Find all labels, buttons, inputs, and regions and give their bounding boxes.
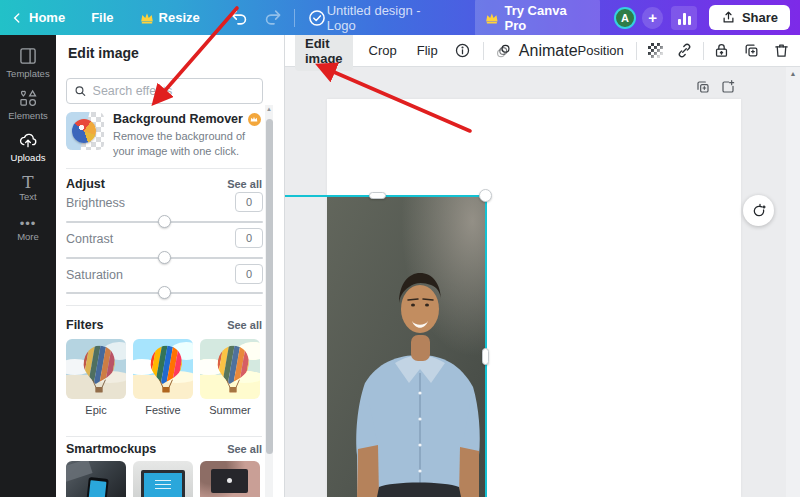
redo-button[interactable] [263,8,282,27]
add-page-button[interactable] [720,79,736,95]
contrast-value-input[interactable]: 0 [235,228,263,248]
brightness-value-input[interactable]: 0 [235,192,263,212]
filter-summer-thumbnail[interactable] [200,339,260,399]
add-page-icon [720,79,736,95]
resize-handle-top-right[interactable] [479,189,492,202]
cloud-check-icon [307,8,327,28]
sidebar-item-elements[interactable]: Elements [0,83,56,125]
link-button[interactable] [676,42,693,59]
search-icon [74,84,87,98]
crown-icon [485,12,499,24]
background-remover-item[interactable]: Background Remover Remove the background… [66,112,262,160]
text-icon: T [22,175,33,189]
info-button[interactable] [454,42,471,59]
photo-element[interactable] [327,197,485,497]
smartmockup-laptop-thumbnail[interactable] [133,461,193,497]
lock-icon [713,42,730,59]
panel-title: Edit image [68,45,139,61]
divider [66,436,262,437]
info-icon [454,42,471,59]
filter-festive-thumbnail[interactable] [133,339,193,399]
animate-icon [495,42,513,60]
man-portrait-photo [327,197,485,497]
saturation-value-input[interactable]: 0 [235,264,263,284]
slider-thumb[interactable] [158,215,171,228]
trash-icon [773,42,790,59]
slider-thumb[interactable] [158,251,171,264]
tab-flip[interactable]: Flip [417,43,438,58]
scrollbar-up-arrow[interactable]: ▲ [265,106,273,112]
search-effects-box[interactable] [66,78,263,104]
duplicate-page-button[interactable] [695,79,711,95]
crown-icon [140,12,154,24]
sidebar-item-more[interactable]: ••• More [0,209,56,251]
try-canva-pro-button[interactable]: Try Canva Pro [475,0,600,38]
smartmockups-section-header: Smartmockups See all [66,442,262,456]
filters-see-all-link[interactable]: See all [227,319,262,331]
back-home-button[interactable]: Home [10,10,65,25]
more-dots-icon: ••• [20,219,37,229]
undo-button[interactable] [230,8,249,27]
lock-button[interactable] [713,42,730,59]
filter-epic-thumbnail[interactable] [66,339,126,399]
smartmockups-title: Smartmockups [66,442,156,456]
canvas-scrollbar-track[interactable] [786,67,800,497]
document-title[interactable]: Untitled design - Logo [327,3,451,33]
sidebar-item-text[interactable]: T Text [0,167,56,209]
resize-handle-right[interactable] [482,348,489,365]
context-toolbar: Edit image Crop Flip Animate Position [285,35,800,67]
adjust-title: Adjust [66,177,105,191]
sidebar-item-uploads[interactable]: Uploads [0,125,56,167]
adjust-see-all-link[interactable]: See all [227,178,262,190]
brightness-slider[interactable] [66,215,263,229]
divider [66,168,262,169]
top-bar: Home File Resize Untitled design - Logo … [0,0,800,35]
contrast-slider[interactable] [66,251,263,265]
scrollbar-up-arrow[interactable]: ▲ [786,70,800,77]
background-remover-title: Background Remover [113,112,243,126]
smartmockups-see-all-link[interactable]: See all [227,443,262,455]
duplicate-page-icon [695,79,711,95]
home-label: Home [29,10,65,25]
topbar-divider [294,9,295,27]
rotate-icon [751,203,767,219]
search-input[interactable] [93,84,255,98]
save-status-button[interactable] [307,8,327,28]
bar-chart-icon [678,19,681,25]
duplicate-button[interactable] [743,42,760,59]
filters-title: Filters [66,318,104,332]
rotate-button[interactable] [743,195,774,226]
smartmockup-phone-thumbnail[interactable] [66,461,126,497]
filter-epic-label: Epic [66,404,126,416]
undo-icon [230,8,249,27]
slider-thumb[interactable] [158,286,171,299]
redo-icon [263,8,282,27]
avatar[interactable]: A [614,7,636,29]
pro-crown-badge-icon [248,113,261,126]
delete-button[interactable] [773,42,790,59]
beach-ball-icon [72,119,96,143]
link-icon [676,42,693,59]
canvas-area[interactable]: ▲ [285,67,800,497]
animate-button[interactable]: Animate [495,42,578,60]
panel-scrollbar-thumb[interactable] [266,119,273,454]
tab-crop[interactable]: Crop [369,43,397,58]
insights-button[interactable] [671,6,697,30]
smartmockup-envelope-thumbnail[interactable] [200,461,260,497]
saturation-label: Saturation [66,268,123,282]
saturation-slider[interactable] [66,286,263,300]
file-menu[interactable]: File [91,10,113,25]
position-button[interactable]: Position [578,43,624,58]
tab-edit-image[interactable]: Edit image [295,31,353,71]
sidebar-item-templates[interactable]: Templates [0,41,56,83]
resize-handle-top[interactable] [369,192,386,199]
share-button[interactable]: Share [709,5,790,30]
resize-menu[interactable]: Resize [140,10,200,25]
duplicate-icon [743,42,760,59]
transparency-button[interactable] [648,43,663,58]
elements-icon [18,88,38,108]
filter-summer-label: Summer [200,404,260,416]
add-member-button[interactable]: + [642,7,664,29]
edit-image-panel: Edit image Background Remover Remove the… [56,35,285,497]
left-sidebar: Templates Elements Uploads T Text ••• Mo… [0,35,56,497]
